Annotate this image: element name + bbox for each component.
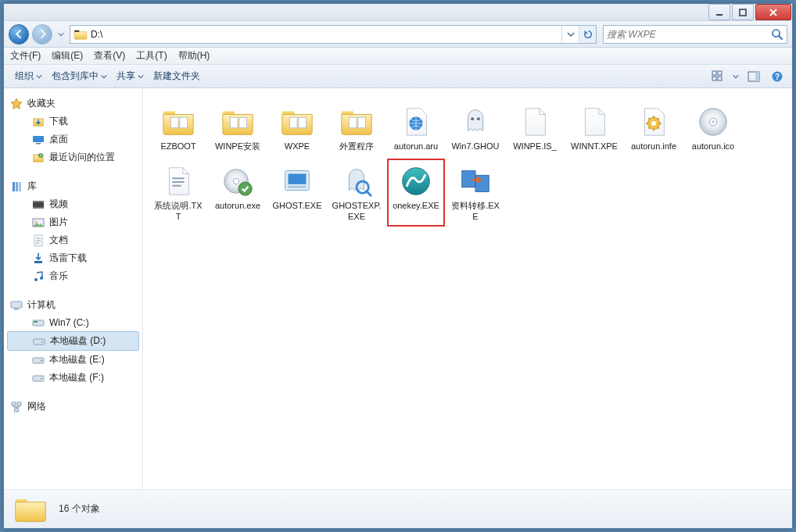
- svg-rect-41: [15, 409, 19, 412]
- sidebar-item-music[interactable]: 音乐: [4, 267, 142, 285]
- star-icon: [10, 98, 23, 110]
- body: 收藏夹下载桌面最近访问的位置库视频图片文档迅雷下载音乐计算机Win7 (C:)本…: [4, 88, 792, 489]
- sidebar-item-pictures[interactable]: 图片: [4, 213, 142, 231]
- sidebar-item-xunlei[interactable]: 迅雷下载: [4, 249, 142, 267]
- file-item[interactable]: autorun.exe: [209, 159, 267, 227]
- nav-history-dropdown[interactable]: [56, 27, 66, 42]
- svg-rect-32: [34, 321, 38, 323]
- sidebar-item-recent[interactable]: 最近访问的位置: [4, 148, 142, 166]
- back-button[interactable]: [9, 24, 29, 45]
- svg-rect-0: [716, 14, 722, 16]
- menu-item[interactable]: 文件(F): [10, 49, 41, 62]
- new-folder-button[interactable]: 新建文件夹: [149, 67, 205, 85]
- file-item[interactable]: autorun.infe: [625, 99, 683, 157]
- search-input[interactable]: [607, 29, 771, 40]
- sidebar-item-drive-f[interactable]: 本地磁盘 (F:): [4, 369, 142, 387]
- file-label: 外置程序: [339, 141, 374, 152]
- forward-button[interactable]: [32, 24, 52, 45]
- file-icon: [517, 104, 553, 140]
- documents-icon: [32, 234, 45, 247]
- content-pane[interactable]: EZBOOTWINPE安装WXPE外置程序autorun.aruWin7.GHO…: [143, 88, 792, 489]
- explorer-window: D:\ 文件(F)编辑(E)查看(V)工具(T)帮助(H) 组织 包含到库中 共…: [3, 3, 793, 529]
- sidebar-item-drive-c[interactable]: Win7 (C:): [4, 314, 142, 331]
- menu-item[interactable]: 工具(T): [136, 49, 167, 62]
- svg-point-61: [712, 120, 715, 123]
- sidebar-libraries[interactable]: 库: [4, 177, 142, 195]
- sidebar-item-label: Win7 (C:): [49, 317, 89, 328]
- svg-point-36: [41, 359, 42, 361]
- search-box[interactable]: [603, 25, 787, 44]
- file-item[interactable]: 系统说明.TXT: [149, 159, 207, 227]
- sidebar-favorites[interactable]: 收藏夹: [4, 95, 142, 112]
- file-item[interactable]: Win7.GHOU: [446, 99, 504, 157]
- file-item[interactable]: WINPE安装: [209, 99, 267, 157]
- svg-rect-4: [712, 71, 716, 75]
- file-icon: [160, 163, 196, 199]
- sidebar-item-label: 收藏夹: [27, 97, 56, 110]
- file-item[interactable]: 外置程序: [328, 99, 385, 157]
- svg-rect-14: [36, 143, 41, 145]
- sidebar-item-downloads[interactable]: 下载: [4, 112, 142, 130]
- sidebar-item-label: 视频: [49, 198, 68, 211]
- svg-text:?: ?: [775, 73, 780, 81]
- file-item[interactable]: WINNT.XPE: [565, 99, 623, 157]
- svg-rect-40: [17, 402, 21, 405]
- file-icon: [160, 104, 196, 140]
- file-icon: [220, 163, 256, 199]
- share-menu[interactable]: 共享: [112, 67, 149, 85]
- organize-menu[interactable]: 组织: [10, 67, 47, 85]
- view-options-button[interactable]: [709, 68, 726, 85]
- address-bar[interactable]: D:\: [70, 25, 597, 44]
- file-label: onekey.EXE: [393, 201, 439, 212]
- help-button[interactable]: ?: [769, 68, 786, 85]
- address-history-button[interactable]: [561, 26, 579, 43]
- include-in-library-menu[interactable]: 包含到库中: [47, 67, 112, 85]
- file-label: GHOST.EXE: [273, 201, 322, 212]
- svg-rect-18: [16, 182, 18, 191]
- maximize-button[interactable]: [732, 4, 754, 20]
- lib-icon: [10, 180, 23, 193]
- sidebar-item-drive-e[interactable]: 本地磁盘 (E:): [4, 351, 142, 369]
- svg-rect-26: [34, 261, 42, 263]
- sidebar-item-documents[interactable]: 文档: [4, 231, 142, 249]
- file-item[interactable]: WINPE.IS_: [506, 99, 564, 157]
- menu-item[interactable]: 帮助(H): [178, 49, 210, 62]
- file-label: autorun.exe: [215, 201, 260, 212]
- network-icon: [10, 401, 23, 413]
- file-item[interactable]: WXPE: [268, 99, 326, 157]
- sidebar-item-drive-d[interactable]: 本地磁盘 (D:): [7, 331, 139, 351]
- svg-rect-22: [33, 207, 44, 209]
- menu-item[interactable]: 编辑(E): [52, 49, 83, 62]
- file-item[interactable]: autorun.aru: [387, 99, 445, 157]
- menubar: 文件(F)编辑(E)查看(V)工具(T)帮助(H): [4, 48, 792, 65]
- preview-pane-button[interactable]: [745, 68, 762, 85]
- svg-rect-53: [358, 117, 366, 127]
- sidebar-item-label: 库: [27, 180, 37, 193]
- file-item[interactable]: onekey.EXE: [387, 159, 445, 227]
- refresh-button[interactable]: [579, 26, 596, 43]
- sidebar-computer[interactable]: 计算机: [4, 296, 142, 314]
- minimize-button[interactable]: [708, 4, 730, 20]
- file-item[interactable]: EZBOOT: [149, 99, 207, 157]
- svg-point-27: [34, 278, 38, 281]
- sidebar-item-label: 图片: [49, 216, 68, 229]
- svg-rect-9: [755, 72, 759, 81]
- sidebar-network[interactable]: 网络: [4, 398, 142, 416]
- svg-rect-29: [11, 302, 22, 308]
- folder-icon: [74, 27, 88, 41]
- file-item[interactable]: 资料转移.EXE: [446, 159, 504, 227]
- close-button[interactable]: [755, 4, 791, 20]
- sidebar-item-desktop[interactable]: 桌面: [4, 130, 142, 148]
- chevron-down-icon[interactable]: [733, 73, 739, 80]
- folder-icon: [13, 492, 48, 527]
- svg-rect-7: [718, 77, 722, 80]
- file-item[interactable]: GHOSTEXP.EXE: [328, 159, 385, 227]
- svg-rect-17: [13, 182, 15, 191]
- file-item[interactable]: autorun.ico: [684, 99, 742, 157]
- file-icon: [695, 104, 731, 140]
- sidebar-item-label: 迅雷下载: [49, 252, 87, 265]
- videos-icon: [32, 198, 45, 211]
- menu-item[interactable]: 查看(V): [94, 49, 125, 62]
- sidebar-item-videos[interactable]: 视频: [4, 195, 142, 213]
- file-item[interactable]: GHOST.EXE: [268, 159, 326, 227]
